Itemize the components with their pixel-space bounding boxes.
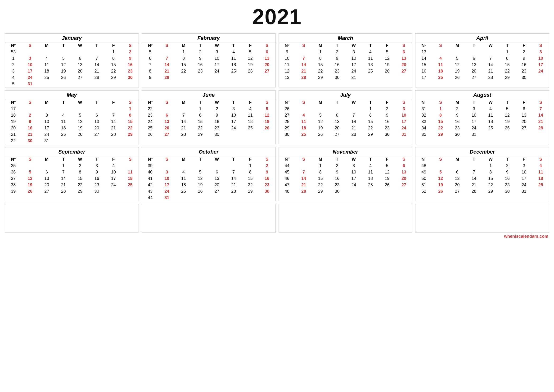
day-cell: 25 [122,182,138,188]
table-row: 531 [5,81,138,87]
day-cell: 19 [312,125,329,131]
cal-table-january: NºSMTWTFS5312134567892101112131415163171… [5,42,138,87]
day-cell: 29 [362,131,379,138]
day-cell: 5 [21,169,38,175]
week-number [279,81,295,82]
table-row: 1221222324252627 [279,68,412,74]
day-cell [329,106,345,112]
month-title-february: February [142,34,276,42]
col-header-5: T [362,42,379,49]
week-number: 52 [416,188,432,195]
table-row: 4324252627282930 [142,188,276,195]
week-number: 25 [142,125,159,131]
col-header-5: T [225,156,242,163]
day-cell: 28 [159,74,175,81]
day-cell: 19 [449,68,465,74]
col-header-3: T [192,156,208,163]
day-cell: 26 [192,188,208,195]
col-header-1: S [159,42,175,49]
week-number: 53 [5,49,21,55]
day-cell: 1 [312,163,329,169]
day-cell: 12 [242,55,259,62]
month-title-april: April [416,34,549,42]
table-row: 9123456 [279,49,412,55]
day-cell: 22 [242,182,259,188]
day-cell [38,195,55,196]
day-cell: 16 [209,119,225,125]
table-row [279,81,412,82]
day-cell: 24 [395,125,412,131]
day-cell: 13 [329,119,345,125]
day-cell [55,81,71,87]
day-cell: 1 [55,163,71,169]
day-cell [482,81,499,82]
day-cell: 8 [432,112,449,119]
day-cell [432,138,449,139]
day-cell [259,131,275,138]
day-cell: 26 [55,74,71,81]
day-cell: 23 [21,131,38,138]
day-cell: 29 [105,74,122,81]
day-cell: 11 [122,169,138,175]
col-header-7: S [395,156,412,163]
day-cell: 2 [72,163,88,169]
day-cell [72,195,88,196]
month-block-may: MayNºSMTWTFS1711823456781991011121314152… [5,90,139,144]
month-block-october: OctoberNºSMTWTFS391240345678941101112131… [142,147,276,201]
table-row: 4614151617181920 [279,175,412,182]
day-cell: 1 [499,49,516,55]
col-header-7: S [122,42,138,49]
day-cell: 22 [192,125,208,131]
col-header-5: T [88,156,105,163]
day-cell: 2 [209,106,225,112]
day-cell [482,138,499,139]
day-cell: 16 [192,62,208,68]
day-cell: 21 [105,125,122,131]
day-cell [533,81,549,82]
col-header-5: T [362,156,379,163]
table-row: 317181920212223 [5,68,138,74]
day-cell: 1 [362,106,379,112]
week-number: 5 [5,81,21,87]
day-cell: 18 [225,62,242,68]
watermark-when: wheniscalendars.com [504,234,548,239]
day-cell: 15 [105,62,122,68]
table-row: 3315161718192021 [416,119,549,125]
cal-table-october: NºSMTWTFS3912403456789411011121314151642… [142,156,276,201]
day-cell: 22 [122,125,138,131]
day-cell: 14 [159,62,175,68]
day-cell: 12 [312,119,329,125]
day-cell: 31 [466,131,482,138]
month-title-july: July [279,91,412,99]
week-number: 36 [5,169,21,175]
col-header-6: F [242,99,259,106]
day-cell: 14 [105,119,122,125]
day-cell [38,163,55,169]
day-cell [259,138,275,139]
day-cell [209,74,225,81]
table-row: 210111213141516 [5,62,138,68]
day-cell: 23 [259,182,275,188]
day-cell [466,195,482,196]
day-cell: 11 [242,112,259,119]
day-cell: 21 [175,125,192,131]
table-row: 199101112131415 [5,119,138,125]
col-header-4: W [72,156,88,163]
day-cell: 24 [21,74,38,81]
day-cell: 19 [242,62,259,68]
day-cell: 25 [175,188,192,195]
table-row: 223031 [5,138,138,144]
month-block-january: JanuaryNºSMTWTFS531213456789210111213141… [5,33,139,87]
day-cell [362,138,379,139]
day-cell: 23 [516,68,532,74]
day-cell: 9 [192,55,208,62]
day-cell: 12 [499,112,516,119]
day-cell: 23 [209,125,225,131]
day-cell: 2 [21,112,38,119]
cal-table-june: NºSMTWTFS2212345236789101112241314151617… [142,99,276,139]
day-cell [242,138,259,139]
col-header-6: F [516,156,532,163]
col-header-7: S [122,156,138,163]
day-cell: 27 [72,74,88,81]
day-cell: 12 [379,169,395,175]
